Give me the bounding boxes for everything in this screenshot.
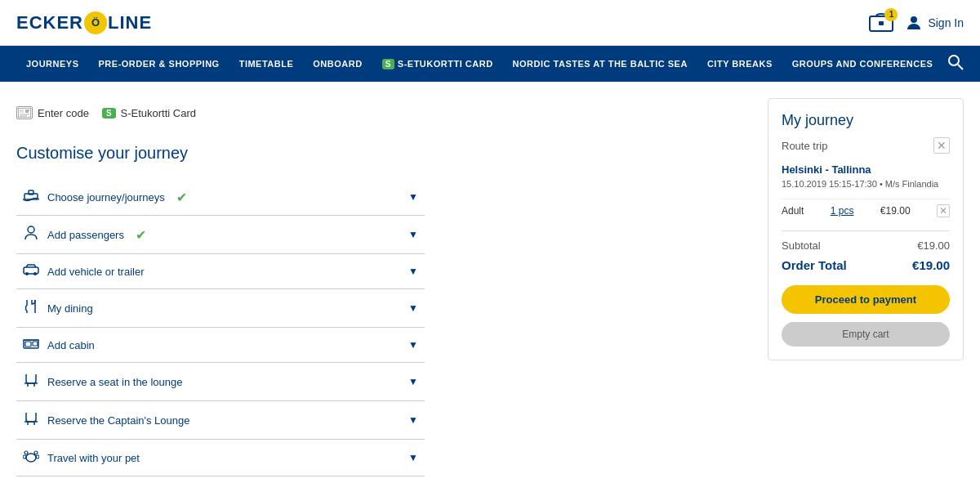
logo[interactable]: ECKER Ö LINE bbox=[16, 11, 152, 34]
sign-in-label: Sign In bbox=[928, 16, 964, 29]
check-icon-journey: ✔ bbox=[176, 190, 187, 205]
logo-text-part2: LINE bbox=[108, 12, 152, 34]
accordion-item-add-passengers: Add passengers ✔ ▼ bbox=[16, 216, 425, 254]
route-separator: • bbox=[880, 179, 885, 189]
s-etukortti-card-label: S-Etukortti Card bbox=[121, 107, 196, 119]
accordion-item-add-cabin: Add cabin ▼ bbox=[16, 328, 425, 363]
nav-item-groups[interactable]: GROUPS AND CONFERENCES bbox=[782, 46, 943, 82]
svg-rect-1 bbox=[879, 21, 884, 25]
code-icon bbox=[16, 106, 33, 119]
route-trip-label: Route trip bbox=[782, 140, 827, 152]
empty-cart-button[interactable]: Empty cart bbox=[782, 322, 950, 347]
nav-item-city-breaks[interactable]: CITY BREAKS bbox=[697, 46, 782, 82]
divider bbox=[782, 230, 950, 231]
accordion-left-add-vehicle: Add vehicle or trailer bbox=[23, 264, 145, 279]
passenger-count[interactable]: 1 pcs bbox=[831, 205, 854, 217]
svg-point-32 bbox=[34, 451, 38, 454]
car-icon bbox=[23, 264, 39, 279]
cart-button[interactable]: 1 bbox=[868, 11, 894, 34]
passenger-label: Adult bbox=[782, 205, 804, 217]
accordion-header-add-vehicle[interactable]: Add vehicle or trailer ▼ bbox=[16, 254, 425, 288]
nav-items: JOURNEYS PRE-ORDER & SHOPPING TIMETABLE … bbox=[16, 46, 947, 82]
section-title: Customise your journey bbox=[16, 144, 751, 163]
nav-item-onboard[interactable]: ONBOARD bbox=[303, 46, 372, 82]
route-date: 15.10.2019 15:15-17:30 bbox=[782, 179, 877, 189]
enter-code-label: Enter code bbox=[38, 107, 89, 119]
s-badge-icon: S bbox=[382, 59, 394, 69]
accordion-header-add-passengers[interactable]: Add passengers ✔ ▼ bbox=[16, 216, 425, 253]
chevron-down-icon-2: ▼ bbox=[408, 229, 418, 240]
chevron-down-icon-8: ▼ bbox=[408, 452, 418, 463]
captains-seat-icon bbox=[23, 411, 39, 429]
accordion-header-reserve-seat[interactable]: Reserve a seat in the lounge ▼ bbox=[16, 363, 425, 400]
journey-panel-title: My journey bbox=[782, 112, 950, 129]
accordion-header-captains-lounge[interactable]: Reserve the Captain's Lounge ▼ bbox=[16, 401, 425, 439]
svg-point-30 bbox=[26, 454, 36, 462]
accordion-label-add-passengers: Add passengers bbox=[47, 229, 124, 241]
nav-item-nordic-tastes[interactable]: NORDIC TASTES AT THE BALTIC SEA bbox=[503, 46, 697, 82]
cart-badge: 1 bbox=[884, 8, 898, 21]
pet-icon bbox=[23, 449, 39, 466]
left-panel: Enter code S S-Etukortti Card Customise … bbox=[16, 98, 751, 476]
passenger-close-button[interactable]: ✕ bbox=[937, 204, 950, 217]
svg-point-3 bbox=[949, 56, 959, 65]
nav-item-s-etukortti-label: S-ETUKORTTI CARD bbox=[398, 59, 493, 69]
svg-rect-21 bbox=[25, 342, 31, 347]
logo-text-part1: ECKER bbox=[16, 12, 83, 34]
s-etukortti-card-button[interactable]: S S-Etukortti Card bbox=[102, 107, 196, 119]
route-trip-header: Route trip ✕ bbox=[782, 137, 950, 154]
nav-item-s-etukortti[interactable]: S S-ETUKORTTI CARD bbox=[372, 46, 503, 82]
search-icon[interactable] bbox=[947, 54, 964, 74]
accordion-label-my-dining: My dining bbox=[47, 302, 93, 315]
accordion-left-my-dining: My dining bbox=[23, 299, 93, 317]
svg-point-31 bbox=[24, 451, 28, 454]
enter-code-button[interactable]: Enter code bbox=[16, 106, 89, 119]
svg-point-16 bbox=[33, 272, 37, 275]
accordion-item-add-vehicle: Add vehicle or trailer ▼ bbox=[16, 254, 425, 289]
passenger-row: Adult 1 pcs €19.00 ✕ bbox=[782, 199, 950, 222]
route-trip-close-button[interactable]: ✕ bbox=[933, 137, 950, 154]
svg-point-15 bbox=[25, 272, 29, 275]
main-container: Enter code S S-Etukortti Card Customise … bbox=[0, 82, 980, 483]
chevron-down-icon: ▼ bbox=[408, 191, 418, 203]
nav-item-pre-order[interactable]: PRE-ORDER & SHOPPING bbox=[89, 46, 229, 82]
svg-point-13 bbox=[28, 226, 34, 233]
check-icon-passengers: ✔ bbox=[136, 227, 146, 243]
dining-icon bbox=[23, 299, 39, 317]
header-right: 1 Sign In bbox=[868, 11, 964, 34]
svg-point-34 bbox=[36, 455, 39, 458]
sign-in-button[interactable]: Sign In bbox=[904, 13, 964, 33]
accordion-header-my-dining[interactable]: My dining ▼ bbox=[16, 289, 425, 327]
chevron-down-icon-7: ▼ bbox=[408, 414, 418, 426]
accordion-header-travel-pet[interactable]: Travel with your pet ▼ bbox=[16, 440, 425, 476]
nav-item-timetable[interactable]: TIMETABLE bbox=[229, 46, 304, 82]
accordion-item-captains-lounge: Reserve the Captain's Lounge ▼ bbox=[16, 401, 425, 440]
route-name: Helsinki - Tallinna bbox=[782, 163, 950, 176]
svg-line-4 bbox=[958, 65, 963, 69]
accordion-label-add-cabin: Add cabin bbox=[47, 339, 95, 351]
seat-icon bbox=[23, 373, 39, 391]
accordion-label-travel-pet: Travel with your pet bbox=[47, 452, 140, 464]
total-row: Order Total €19.00 bbox=[782, 258, 950, 272]
accordion-label-add-vehicle: Add vehicle or trailer bbox=[47, 266, 145, 278]
logo-circle-text: Ö bbox=[91, 16, 100, 29]
accordion-left-reserve-seat: Reserve a seat in the lounge bbox=[23, 373, 183, 391]
accordion-item-my-dining: My dining ▼ bbox=[16, 289, 425, 328]
proceed-to-payment-button[interactable]: Proceed to payment bbox=[782, 285, 950, 314]
accordion-header-choose-journey[interactable]: Choose journey/journeys ✔ ▼ bbox=[16, 179, 425, 215]
journey-panel: My journey Route trip ✕ Helsinki - Talli… bbox=[768, 98, 964, 360]
chevron-down-icon-4: ▼ bbox=[408, 302, 418, 314]
logo-circle: Ö bbox=[84, 11, 107, 34]
chevron-down-icon-5: ▼ bbox=[408, 339, 418, 351]
accordion-left-choose-journey: Choose journey/journeys ✔ bbox=[23, 189, 187, 205]
accordion-left-captains-lounge: Reserve the Captain's Lounge bbox=[23, 411, 189, 429]
accordion-left-add-cabin: Add cabin bbox=[23, 338, 95, 352]
subtotal-value: €19.00 bbox=[917, 239, 950, 252]
accordion-left-travel-pet: Travel with your pet bbox=[23, 449, 140, 466]
passenger-price: €19.00 bbox=[880, 205, 911, 217]
ship-icon bbox=[23, 189, 39, 205]
accordion-header-add-cabin[interactable]: Add cabin ▼ bbox=[16, 328, 425, 362]
nav-item-journeys[interactable]: JOURNEYS bbox=[16, 46, 89, 82]
right-panel: My journey Route trip ✕ Helsinki - Talli… bbox=[768, 98, 964, 476]
subtotal-label: Subtotal bbox=[782, 239, 821, 252]
